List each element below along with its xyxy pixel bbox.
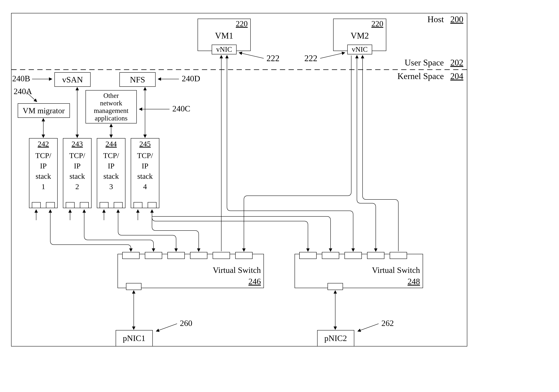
- vm1-vnic-label: vNIC: [216, 45, 232, 53]
- vswitch2-label: Virtual Switch: [372, 265, 420, 275]
- svg-text:2: 2: [75, 182, 79, 191]
- stack2-ref: 243: [72, 140, 83, 148]
- svg-text:IP: IP: [74, 162, 81, 170]
- arrow-vm2-vsw1: [244, 55, 351, 251]
- svg-text:TCP/: TCP/: [35, 151, 51, 160]
- svg-rect-31: [122, 252, 139, 259]
- other-apps-line1: Other: [103, 92, 119, 99]
- nfs-callout: 240D: [182, 74, 200, 83]
- kernel-space-label: Kernel Space 204: [397, 71, 463, 81]
- svg-text:IP: IP: [142, 162, 149, 170]
- vswitch2-box: Virtual Switch 248: [295, 252, 423, 290]
- svg-text:IP: IP: [108, 162, 114, 170]
- callout-arrow-vm1-vnic: [239, 53, 264, 58]
- vm2-vnic-callout: 222: [304, 54, 317, 63]
- vm2-ref: 220: [372, 19, 383, 28]
- vm-migrator-label: VM migrator: [23, 106, 65, 115]
- svg-rect-42: [367, 252, 384, 259]
- vswitch1-label: Virtual Switch: [213, 265, 261, 275]
- svg-rect-37: [126, 283, 141, 290]
- vm2-label: VM2: [351, 31, 369, 40]
- pnic2-callout: 262: [382, 319, 394, 328]
- arrow-s4-vsw1p4: [152, 210, 199, 251]
- svg-rect-32: [145, 252, 162, 259]
- arrow-vm2-vsw2a: [357, 55, 376, 251]
- stack1-box: 242 TCP/ IP stack 1: [29, 138, 57, 208]
- svg-rect-7: [32, 202, 40, 208]
- vm1-ref: 220: [236, 19, 248, 28]
- other-apps-line4: applications: [95, 114, 128, 122]
- svg-rect-15: [80, 202, 89, 208]
- arrow-s1-vsw1p1: [50, 210, 131, 251]
- svg-rect-22: [114, 202, 122, 208]
- stack3-box: 244 TCP/ IP stack 3: [97, 138, 125, 208]
- svg-rect-44: [328, 283, 343, 290]
- svg-rect-8: [46, 202, 55, 208]
- svg-rect-34: [190, 252, 207, 259]
- svg-text:stack: stack: [69, 172, 85, 181]
- vswitch1-box: Virtual Switch 246: [118, 252, 264, 290]
- svg-text:TCP/: TCP/: [103, 151, 119, 160]
- vswitch2-ref: 248: [408, 277, 420, 286]
- other-apps-callout: 240C: [172, 104, 190, 113]
- vm-migrator-callout: 240A: [14, 87, 32, 96]
- vm1-label: VM1: [215, 31, 233, 40]
- vsan-callout: 240B: [12, 74, 30, 83]
- svg-text:IP: IP: [40, 162, 47, 170]
- other-apps-line3: management: [94, 107, 129, 114]
- svg-rect-41: [345, 252, 362, 259]
- svg-text:stack: stack: [103, 172, 119, 181]
- svg-rect-21: [100, 202, 108, 208]
- svg-text:3: 3: [109, 182, 113, 191]
- arrow-vm1-vsw2: [227, 55, 353, 251]
- vsan-label: vSAN: [62, 75, 83, 84]
- svg-rect-33: [168, 252, 185, 259]
- arrow-s2-vsw1p2: [84, 210, 153, 251]
- svg-text:stack: stack: [137, 172, 153, 181]
- stack4-ref: 245: [139, 140, 151, 148]
- callout-arrow-pnic1: [156, 324, 177, 331]
- pnic1-callout: 260: [180, 319, 192, 328]
- vm1-vnic-callout: 222: [267, 54, 280, 63]
- svg-rect-43: [390, 252, 407, 259]
- svg-rect-29: [148, 202, 156, 208]
- vm2-vnic-label: vNIC: [352, 45, 368, 53]
- svg-rect-36: [235, 252, 252, 259]
- stack4-box: 245 TCP/ IP stack 4: [131, 138, 159, 208]
- stack1-ref: 242: [38, 140, 49, 148]
- svg-rect-35: [213, 252, 230, 259]
- arrow-to-vsw2p2: [152, 216, 331, 251]
- host-label: Host 200: [428, 15, 463, 24]
- pnic2-label: pNIC2: [324, 334, 347, 343]
- callout-arrow-pnic2: [358, 324, 379, 331]
- svg-rect-14: [66, 202, 75, 208]
- other-apps-line2: network: [100, 99, 122, 107]
- user-space-label: User Space 202: [405, 58, 463, 67]
- pnic1-label: pNIC1: [123, 334, 145, 343]
- stack2-box: 243 TCP/ IP stack 2: [63, 138, 91, 208]
- stack3-ref: 244: [105, 140, 117, 148]
- nfs-label: NFS: [130, 75, 145, 84]
- svg-text:TCP/: TCP/: [69, 151, 85, 160]
- vm1-box: 220 VM1 vNIC: [198, 19, 251, 54]
- svg-rect-40: [322, 252, 339, 259]
- arrow-to-vsw2p1: [152, 217, 308, 251]
- vswitch1-ref: 246: [248, 277, 261, 286]
- callout-arrow-vm2-vnic: [320, 53, 345, 58]
- svg-rect-39: [299, 252, 317, 259]
- svg-text:4: 4: [143, 182, 147, 191]
- svg-text:TCP/: TCP/: [137, 151, 153, 160]
- vm2-box: 220 VM2 vNIC: [333, 19, 386, 54]
- svg-text:stack: stack: [36, 172, 51, 181]
- arrow-vm2-vsw2b: [363, 55, 398, 203]
- svg-rect-28: [134, 202, 142, 208]
- svg-text:1: 1: [41, 182, 45, 191]
